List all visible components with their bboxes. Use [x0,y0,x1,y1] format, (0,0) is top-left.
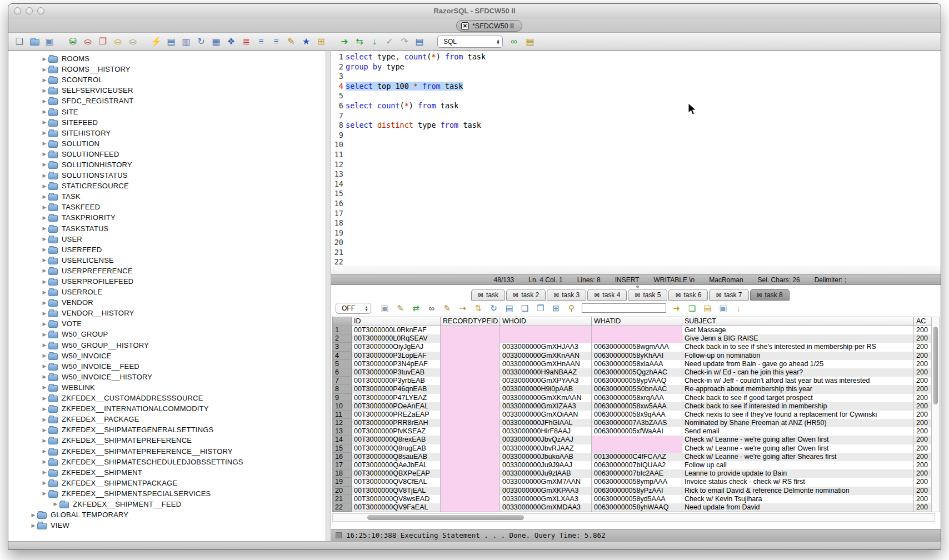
table-row[interactable]: 600T3000000P3tuvEAB0033000000H9aNBAAZ006… [333,368,935,377]
table-cell[interactable]: Need update from David [682,503,914,512]
table-cell[interactable] [441,487,500,495]
column-header[interactable]: WHOID [500,317,592,326]
result-tab[interactable]: ⊠task 6 [668,289,708,301]
table-cell[interactable]: 006300000058ympAAA [592,478,682,486]
table-cell[interactable]: 0033000000GmXHJAA3 [500,343,592,351]
disclosure-triangle-icon[interactable]: ▶ [41,141,48,146]
table-cell[interactable]: 006300000058wgmAAA [592,343,682,351]
column-header[interactable]: SUBJECT [682,317,914,326]
table-cell[interactable]: 1 [333,326,352,334]
table-cell[interactable]: 10 [333,402,352,411]
tree-item[interactable]: ▶ZKFEDEX__SHIPMENT__FEED [8,499,326,509]
tree-item[interactable]: ▶TASK [8,191,326,202]
table-cell[interactable]: 0033000000GmXPYAA3 [500,377,592,385]
disclosure-triangle-icon[interactable]: ▶ [41,226,48,231]
save-results-icon[interactable]: ▣ [379,303,390,313]
tree-item[interactable]: ▶SITEFEED [8,117,326,128]
table-cell[interactable]: 0033000000H9aNBAAZ [500,368,592,377]
disclosure-triangle-icon[interactable]: ▶ [41,480,48,486]
disclosure-triangle-icon[interactable]: ▶ [41,459,48,464]
tree-item[interactable]: ▶VIEW [8,520,326,531]
tree-item[interactable]: ▶USERLICENSE [8,255,326,266]
edit-sql-icon[interactable]: ✎ [286,36,297,47]
table-cell[interactable] [441,495,500,503]
disclosure-triangle-icon[interactable]: ▶ [41,289,48,295]
view-glasses-icon[interactable]: ∞ [426,303,437,313]
table-cell[interactable]: 17 [333,461,352,469]
result-tab[interactable]: ⊠task 7 [709,289,748,301]
table-cell[interactable]: 00T3000000PfvKSEAZ [352,427,441,436]
code-line[interactable]: select count(*) from task [346,101,941,111]
new-file-icon[interactable]: ❏ [14,36,25,47]
table-cell[interactable]: Nominated by Shane Freeman at ANZ (HR50) [682,419,914,427]
disclosure-triangle-icon[interactable]: ▶ [41,396,48,401]
table-cell[interactable] [441,436,500,444]
disclosure-triangle-icon[interactable]: ▶ [41,77,48,83]
edit-cell-icon[interactable]: ✎ [442,303,452,313]
table-cell[interactable]: 3 [333,343,352,351]
insert-row-icon[interactable]: ⇢ [457,303,468,313]
disclosure-triangle-icon[interactable]: ▶ [41,183,48,189]
execute-arrow-icon[interactable]: ➜ [339,36,350,47]
tree-item[interactable]: ▶USERFEED [8,244,326,255]
table-cell[interactable]: 0033000000GmXKmAAN [500,394,592,402]
tree-item[interactable]: ▶ROOMS [8,53,326,64]
table-cell[interactable]: 00T3000000P46qnEAB [352,385,441,393]
table-row[interactable]: 200T3000000L0RqSEAVGive Jenn a BIG RAISE… [333,334,935,343]
table-cell[interactable]: 00T3000000OiyJgEAJ [352,343,441,351]
describe-lines-icon[interactable]: ≡ [256,36,267,47]
table-cell[interactable]: Follow up call [682,461,914,469]
table-row[interactable]: 1100T3000000PREZaEAP0033000000GmXOiAAN00… [333,411,935,419]
table-cell[interactable]: 00630000005QgzhAAC [592,368,682,377]
document-tab[interactable]: ✕ *SFDCW50 II [456,20,522,32]
table-cell[interactable]: 00T3000000Q8rugEAB [352,444,441,453]
tree-item[interactable]: ▶ZKFEDEX__SHIPMENTSPECIALSERVICES [8,488,326,499]
new-connection-icon[interactable]: ⛀ [112,36,123,47]
format-lines-icon[interactable]: ≡ [271,36,282,47]
tree-item[interactable]: ▶SCONTROL [8,74,326,85]
table-row[interactable]: 1400T3000000Q8rexEAB0033000000JbvQzAAJCh… [333,436,935,444]
table-cell[interactable]: 00T3000000QAeJbEAL [352,461,441,469]
table-cell[interactable] [441,385,500,393]
table-cell[interactable]: 9 [333,394,352,402]
table-cell[interactable]: 21 [333,495,352,503]
table-cell[interactable]: 006300000058yKhAAI [592,352,682,360]
table-cell[interactable]: Check w/ Kevin Tsujihara [682,495,914,503]
table-cell[interactable]: 00630000005xfWaAAI [592,427,682,436]
tree-item[interactable]: ▶STATICRESOURCE [8,181,326,191]
table-cell[interactable]: 00T3000000P3tuvEAB [352,368,441,377]
table-cell[interactable] [592,334,682,343]
tab-close-icon[interactable]: ⊠ [675,291,681,299]
database-icon[interactable]: ⛀ [127,36,138,47]
table-row[interactable]: 100T3000000L0RknEAFGet Massage200 [333,326,935,334]
table-cell[interactable]: 0033000000GmXKPAA3 [500,487,592,495]
disclosure-triangle-icon[interactable]: ▶ [29,512,37,518]
table-cell[interactable]: Check w/ Leanne - we're going after Shea… [682,453,914,461]
table-cell[interactable]: 2 [333,334,352,343]
copy-table-icon[interactable]: ⊞ [551,303,561,313]
table-row[interactable]: 500T3000000P3N4pEAF0033000000GmXHnAAN006… [333,360,935,368]
table-cell[interactable] [441,360,500,368]
table-cell[interactable]: 00T3000000L0RqSEAV [352,334,441,343]
code-line[interactable] [346,218,941,228]
disclosure-triangle-icon[interactable]: ▶ [41,109,48,114]
tree-item[interactable]: ▶ZKFEDEX__SHIPMATEPREFERENCE [8,435,326,446]
code-line[interactable] [346,228,941,238]
table-cell[interactable]: 00T3000000Q8sauEAB [352,453,441,461]
download-icon[interactable]: ↓ [733,303,744,313]
code-line[interactable] [346,238,941,248]
disclosure-triangle-icon[interactable]: ▶ [41,98,48,104]
table-cell[interactable] [441,503,500,512]
table-cell[interactable]: Get Massage [682,326,914,334]
table-cell[interactable]: 4 [333,352,352,360]
results-vertical-scrollbar[interactable] [931,317,940,512]
disclosure-triangle-icon[interactable]: ▶ [41,374,48,379]
table-cell[interactable]: 006300000058xw5AAA [592,402,682,411]
sql-editor[interactable]: 1234567891011121314151617181920212223 se… [331,51,941,267]
edit-table-icon[interactable]: ▦ [211,36,222,47]
open-file-icon[interactable] [29,36,40,47]
tree-item[interactable]: ▶SFDC_REGISTRANT [8,96,326,106]
table-cell[interactable]: 0013000000C4fFCAAZ [592,453,682,461]
table-cell[interactable]: 00T3000000PRR8rEAH [352,419,441,427]
disclosure-triangle-icon[interactable]: ▶ [41,417,48,422]
